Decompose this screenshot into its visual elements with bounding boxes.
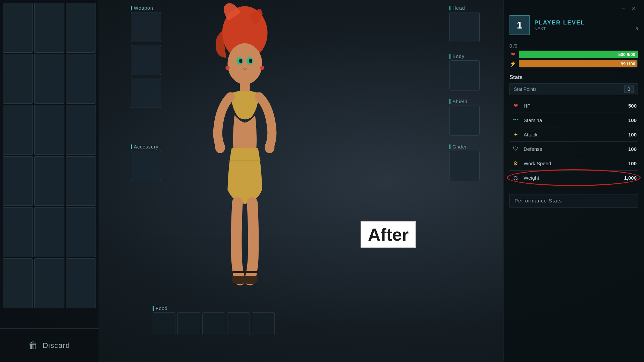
stamina-icon: ⚡ <box>509 61 516 67</box>
stamina-bar-fill <box>519 60 637 67</box>
shield-slot[interactable] <box>449 106 480 136</box>
defense-stat-icon: 🛡 <box>511 144 520 154</box>
food-slot-1[interactable] <box>153 312 175 335</box>
inv-slot-10[interactable] <box>3 156 33 206</box>
inv-slot-17[interactable] <box>34 258 64 308</box>
glider-section: Glider <box>449 144 480 181</box>
workspeed-stat-icon: ⚙ <box>511 159 520 168</box>
stat-points-label: Stat Points <box>514 86 624 92</box>
inv-slot-2[interactable] <box>34 3 64 53</box>
stamina-stat-value: 100 <box>616 117 637 123</box>
xp-display: 0 /0 <box>509 43 517 49</box>
inv-slot-15[interactable] <box>66 207 96 257</box>
stat-row-defense: 🛡 Defense 100 <box>509 142 638 156</box>
food-slot-5[interactable] <box>252 312 275 335</box>
inv-slot-3[interactable] <box>66 3 96 53</box>
inv-slot-9[interactable] <box>66 105 96 155</box>
character-figure <box>161 0 329 288</box>
head-slot[interactable] <box>449 12 480 42</box>
weapon-section: Weapon <box>131 5 161 108</box>
inv-slot-12[interactable] <box>66 156 96 206</box>
stats-section: Stats Stat Points 0 ❤ HP 500 〜 Stamina 1… <box>509 74 638 185</box>
inv-slot-8[interactable] <box>34 105 64 155</box>
svg-point-21 <box>215 142 225 153</box>
shield-section: Shield <box>449 99 480 136</box>
svg-point-19 <box>260 66 264 70</box>
accessory-slot-1[interactable] <box>131 151 161 181</box>
xp-row: 0 /0 <box>509 43 638 49</box>
minimize-button[interactable]: − <box>620 5 627 12</box>
svg-point-17 <box>249 59 252 63</box>
stat-points-value: 0 <box>624 85 634 93</box>
accessory-label: Accessory <box>131 144 161 149</box>
stat-row-stamina: 〜 Stamina 100 <box>509 113 638 127</box>
player-level-title: PLAYER LEVEL <box>534 19 638 26</box>
performance-section: Performance Stats <box>509 194 638 207</box>
weapon-slot-1[interactable] <box>131 12 161 42</box>
glider-slot[interactable] <box>449 151 480 181</box>
attack-stat-name: Attack <box>524 132 616 137</box>
stamina-value: 99 /100 <box>621 61 635 66</box>
stamina-stat-icon: 〜 <box>511 115 520 125</box>
stamina-bar-row: ⚡ 99 /100 <box>509 60 638 67</box>
head-section: Head <box>449 5 480 42</box>
hp-icon: ❤ <box>509 51 516 58</box>
food-slot-4[interactable] <box>227 312 250 335</box>
attack-stat-icon: ✦ <box>511 130 520 139</box>
svg-rect-26 <box>243 271 258 273</box>
right-panel: − ✕ 1 PLAYER LEVEL NEXT 8 0 /0 ❤ 500 /50… <box>503 0 644 362</box>
discard-button[interactable]: 🗑 Discard <box>0 328 99 362</box>
stat-row-attack: ✦ Attack 100 <box>509 127 638 142</box>
body-label: Body <box>449 54 480 59</box>
glider-label: Glider <box>449 144 480 149</box>
workspeed-stat-name: Work Speed <box>524 161 616 166</box>
weight-stat-name: Weight <box>524 175 616 181</box>
weapon-slot-3[interactable] <box>131 78 161 108</box>
inv-slot-18[interactable] <box>66 258 96 308</box>
divider-1 <box>509 71 638 71</box>
inv-slot-13[interactable] <box>3 207 33 257</box>
weight-stat-value: 1,000 <box>616 175 637 181</box>
inv-slot-1[interactable] <box>3 3 33 53</box>
level-badge: 1 <box>509 15 530 35</box>
character-display <box>161 0 329 288</box>
weight-stat-icon: ⚖ <box>511 173 520 182</box>
next-row: NEXT 8 <box>534 26 638 31</box>
inv-slot-16[interactable] <box>3 258 33 308</box>
hp-bar-row: ❤ 500 /500 <box>509 51 638 58</box>
defense-stat-name: Defense <box>524 146 616 152</box>
inv-slot-4[interactable] <box>3 54 33 104</box>
trash-icon: 🗑 <box>29 340 38 351</box>
stat-points-row: Stat Points 0 <box>509 83 638 95</box>
food-slot-2[interactable] <box>177 312 200 335</box>
hp-stat-name: HP <box>524 103 616 109</box>
weapon-label: Weapon <box>131 5 161 11</box>
inv-slot-11[interactable] <box>34 156 64 206</box>
stats-header: Stats <box>509 74 638 80</box>
inv-slot-6[interactable] <box>66 54 96 104</box>
after-text: After <box>368 225 409 244</box>
weapon-slot-2[interactable] <box>131 45 161 75</box>
inv-slot-7[interactable] <box>3 105 33 155</box>
next-value: 8 <box>636 26 638 31</box>
svg-point-18 <box>225 66 229 70</box>
food-slot-3[interactable] <box>202 312 225 335</box>
after-overlay: After <box>361 221 416 248</box>
level-info: PLAYER LEVEL NEXT 8 <box>534 19 638 31</box>
stamina-stat-name: Stamina <box>524 117 616 123</box>
inv-slot-5[interactable] <box>34 54 64 104</box>
stat-row-hp: ❤ HP 500 <box>509 99 638 113</box>
close-button[interactable]: ✕ <box>630 5 638 12</box>
svg-point-16 <box>239 59 243 63</box>
workspeed-stat-value: 100 <box>616 161 637 166</box>
shield-label: Shield <box>449 99 480 104</box>
level-number: 1 <box>517 19 523 31</box>
hp-stat-icon: ❤ <box>511 101 520 110</box>
hp-value: 500 /500 <box>618 52 635 57</box>
hp-bar-container: 500 /500 <box>519 51 638 58</box>
svg-point-22 <box>265 142 274 153</box>
head-label: Head <box>449 5 480 11</box>
body-slot[interactable] <box>449 60 480 90</box>
inv-slot-14[interactable] <box>34 207 64 257</box>
top-controls: − ✕ <box>509 5 638 12</box>
